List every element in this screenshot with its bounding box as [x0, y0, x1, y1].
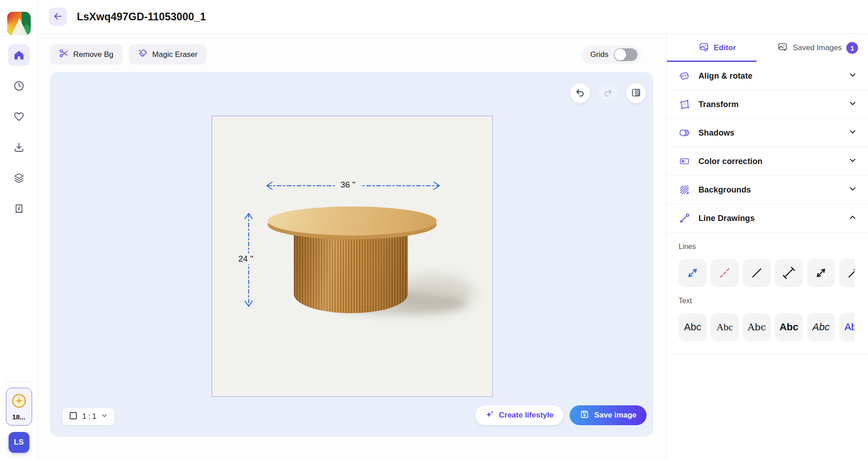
save-image-button[interactable]: Save image [570, 405, 646, 425]
create-lifestyle-button[interactable]: Create lifestyle [475, 405, 563, 425]
receipt-icon [13, 203, 25, 215]
lines-group-label: Lines [679, 243, 868, 251]
clock-icon [13, 80, 25, 92]
panel-divider [667, 354, 868, 354]
backgrounds-icon [679, 184, 690, 196]
text-group-label: Text [679, 297, 868, 305]
remove-bg-button[interactable]: Remove Bg [50, 44, 123, 65]
text-style-row: Abc Abc Abc Abc Abc Abc [679, 313, 854, 341]
editor-toolbar: Remove Bg Magic Eraser Grids [38, 34, 666, 65]
text-style-sample: Abc [748, 322, 766, 333]
align-rotate-icon [679, 70, 690, 82]
save-disk-icon [580, 409, 590, 422]
editor-main: Remove Bg Magic Eraser Grids [38, 34, 666, 460]
redo-icon [603, 87, 613, 99]
tab-saved-images[interactable]: Saved Images 1 [768, 34, 868, 62]
section-label: Color correction [698, 157, 840, 166]
grids-toggle[interactable] [614, 48, 637, 61]
content-row: Remove Bg Magic Eraser Grids [38, 34, 868, 460]
aspect-ratio-selector[interactable]: 1 : 1 [62, 408, 114, 425]
magic-eraser-label: Magic Eraser [152, 50, 198, 59]
text-style-serif[interactable]: Abc [711, 313, 739, 341]
chevron-down-icon [848, 70, 857, 81]
user-avatar[interactable]: LS [9, 432, 29, 453]
chevron-down-icon [848, 156, 857, 167]
text-style-italic[interactable]: Abc [807, 313, 835, 341]
page-title: LsXwq497GD-11053000_1 [77, 11, 206, 23]
main-column: LsXwq497GD-11053000_1 Remove Bg [38, 0, 868, 460]
canvas-actions [570, 83, 646, 103]
line-style-red-dashed[interactable] [711, 259, 739, 287]
logo-prism [11, 18, 28, 35]
section-label: Backgrounds [698, 185, 840, 195]
tab-editor[interactable]: Editor [667, 34, 768, 62]
nav-favorites[interactable] [8, 106, 30, 127]
redo-button[interactable] [598, 83, 618, 103]
undo-icon [575, 87, 585, 99]
height-dimension-label[interactable]: 24 " [233, 253, 259, 264]
nav-billing[interactable] [8, 198, 30, 220]
shadows-icon [679, 127, 690, 139]
arrow-left-icon [53, 11, 63, 23]
undo-button[interactable] [570, 83, 590, 103]
panel-tabs: Editor Saved Images 1 [667, 34, 868, 62]
editor-canvas[interactable]: 36 " 24 " 1 : 1 [50, 72, 653, 437]
section-align-rotate[interactable]: Align & rotate [667, 62, 868, 90]
product-image-frame[interactable]: 36 " 24 " [212, 116, 493, 397]
header: LsXwq497GD-11053000_1 [38, 0, 868, 34]
coin-icon [11, 393, 27, 410]
section-label: Transform [698, 100, 840, 109]
line-style-black-solid[interactable] [743, 259, 771, 287]
scissors-icon [59, 48, 69, 61]
width-dimension-label[interactable]: 36 " [335, 179, 361, 190]
text-style-blue[interactable]: Abc [839, 313, 854, 341]
nav-home[interactable] [8, 44, 30, 66]
save-image-label: Save image [594, 411, 637, 420]
section-transform[interactable]: Transform [667, 90, 868, 119]
section-label: Line Drawings [698, 214, 840, 223]
back-button[interactable] [49, 8, 67, 26]
section-shadows[interactable]: Shadows [667, 119, 868, 147]
credits-button[interactable]: 18... [6, 388, 32, 426]
nav-history[interactable] [8, 75, 30, 97]
rail-divider [5, 382, 33, 382]
text-style-sample: Abc [779, 321, 798, 333]
text-style-sample: Abc [844, 321, 854, 333]
line-style-black-single-arrow[interactable] [839, 259, 854, 287]
sparkles-icon [485, 409, 495, 422]
text-style-sans[interactable]: Abc [679, 313, 707, 341]
aspect-ratio-value: 1 : 1 [82, 413, 96, 421]
line-style-black-capped-ends[interactable] [775, 259, 803, 287]
line-style-black-double-arrow[interactable] [807, 259, 835, 287]
text-style-bold[interactable]: Abc [775, 313, 803, 341]
text-style-sample: Abc [684, 321, 701, 333]
nav-downloads[interactable] [8, 136, 30, 158]
grids-control: Grids [582, 46, 641, 64]
chevron-up-icon [848, 213, 857, 224]
magic-eraser-button[interactable]: Magic Eraser [129, 44, 207, 65]
app-logo[interactable] [7, 12, 31, 35]
compare-button[interactable] [626, 83, 646, 103]
download-icon [13, 141, 25, 153]
nav-layers[interactable] [8, 167, 30, 189]
text-style-sample: Abc [717, 321, 733, 333]
grids-label: Grids [590, 50, 609, 59]
line-style-row [679, 259, 854, 287]
chevron-down-icon [848, 127, 857, 138]
section-color-correction[interactable]: Color correction [667, 147, 868, 176]
image-edit-icon [698, 42, 709, 55]
toggle-knob [614, 49, 626, 61]
editor-panel: Editor Saved Images 1 Align & rotate [666, 34, 868, 460]
line-style-blue-dashed-double-arrow[interactable] [679, 259, 707, 287]
transform-icon [679, 99, 690, 110]
left-rail: 18... LS [0, 0, 38, 460]
chevron-down-icon [101, 412, 108, 421]
layers-icon [13, 172, 25, 184]
app-root: 18... LS LsXwq497GD-11053000_1 [0, 0, 868, 460]
section-backgrounds[interactable]: Backgrounds [667, 176, 868, 204]
heart-icon [13, 111, 25, 122]
line-drawings-icon [679, 212, 690, 224]
section-line-drawings[interactable]: Line Drawings [667, 204, 868, 233]
remove-bg-label: Remove Bg [73, 50, 113, 59]
text-style-serif-alt[interactable]: Abc [743, 313, 771, 341]
